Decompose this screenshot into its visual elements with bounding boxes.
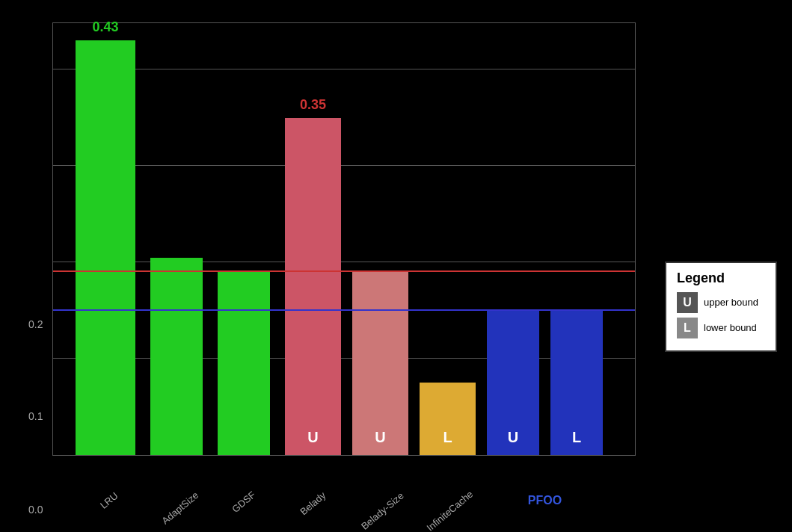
xlabel-beladysize: Belady-Size: [352, 483, 413, 532]
grid-line-02: [53, 262, 635, 262]
bar-infinitecache-marker: L: [443, 429, 452, 446]
xlabel-belady: Belady: [285, 479, 341, 528]
bar-beladysize: U: [352, 272, 408, 455]
xlabel-infinitecache: InfiniteCache: [419, 483, 480, 532]
bar-gdsf: [218, 272, 270, 455]
bar-pfoo-l: L: [550, 311, 603, 455]
legend-lower-text: lower bound: [704, 322, 757, 334]
bar-belady-value: 0.35: [285, 97, 341, 113]
xlabel-pfoo: PFOO: [487, 494, 603, 507]
bar-belady: 0.35 U: [285, 118, 341, 455]
legend-lower-box: L: [677, 318, 698, 338]
legend-item-lower: L lower bound: [677, 318, 765, 338]
legend-title: Legend: [677, 270, 765, 286]
ref-line-blue: [53, 309, 635, 311]
ref-line-red: [53, 270, 635, 272]
bar-pfoo-l-marker: L: [572, 429, 581, 446]
xlabel-gdsf: GDSF: [217, 478, 270, 525]
chart-area: 0.43 0.35 U U L U L LRU AdaptSize: [52, 22, 636, 456]
xlabel-adaptsize: AdaptSize: [151, 482, 210, 532]
bar-pfoo-u-marker: U: [508, 429, 518, 446]
bar-belady-marker: U: [307, 429, 318, 446]
bar-pfoo-u: U: [487, 311, 539, 455]
y-label-02: 0.2: [28, 318, 43, 330]
y-label-0: 0.0: [28, 504, 43, 516]
grid-line-01: [53, 358, 635, 359]
xlabel-lru: LRU: [82, 477, 135, 524]
bar-adaptsize: [150, 258, 203, 455]
chart-container: 0.0 0.1 0.2 0.43 0.35 U: [0, 0, 792, 532]
bar-infinitecache: L: [420, 383, 476, 455]
legend-item-upper: U upper bound: [677, 292, 765, 313]
bar-lru-value: 0.43: [76, 19, 135, 35]
grid-line-03: [53, 165, 635, 166]
legend-upper-text: upper bound: [704, 297, 758, 309]
legend: Legend U upper bound L lower bound: [665, 262, 777, 352]
y-label-01: 0.1: [28, 410, 43, 422]
grid-line-04: [53, 69, 635, 69]
legend-upper-box: U: [677, 292, 698, 313]
bar-lru: 0.43: [76, 40, 135, 455]
bar-beladysize-marker: U: [375, 429, 385, 446]
